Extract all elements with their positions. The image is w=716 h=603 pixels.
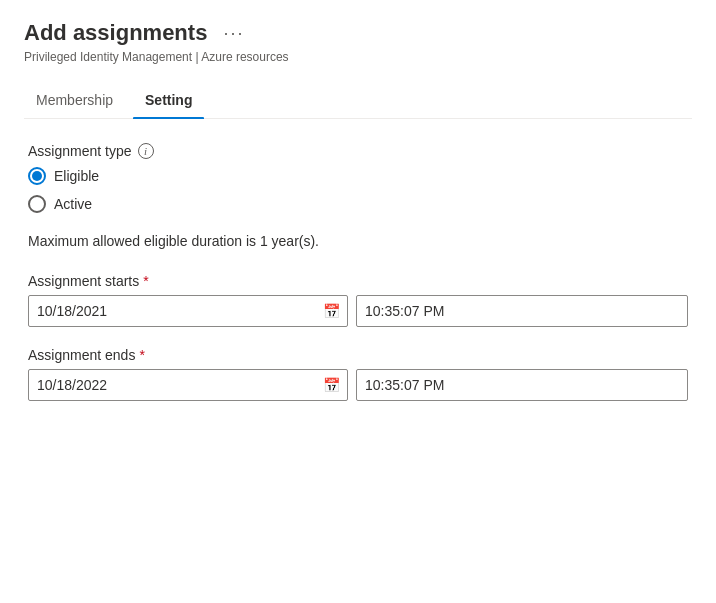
ends-required-star: * — [139, 347, 144, 363]
starts-time-wrapper — [356, 295, 688, 327]
assignment-type-label: Assignment type i — [28, 143, 688, 159]
title-row: Add assignments ··· — [24, 20, 692, 46]
ends-time-input[interactable] — [356, 369, 688, 401]
starts-date-input[interactable] — [28, 295, 348, 327]
eligible-option[interactable]: Eligible — [28, 167, 688, 185]
assignment-type-info-icon[interactable]: i — [138, 143, 154, 159]
ends-date-input[interactable] — [28, 369, 348, 401]
tab-setting[interactable]: Setting — [133, 84, 204, 118]
ends-label: Assignment ends * — [28, 347, 688, 363]
starts-label: Assignment starts * — [28, 273, 688, 289]
eligible-label: Eligible — [54, 168, 99, 184]
ends-date-wrapper: 📅 — [28, 369, 348, 401]
ends-time-wrapper — [356, 369, 688, 401]
assignment-ends-group: Assignment ends * 📅 — [28, 347, 688, 401]
tab-bar: Membership Setting — [24, 84, 692, 119]
radio-group: Eligible Active — [28, 167, 688, 213]
breadcrumb: Privileged Identity Management | Azure r… — [24, 50, 692, 64]
tab-membership[interactable]: Membership — [24, 84, 125, 118]
form-section: Assignment type i Eligible Active Maximu… — [24, 143, 692, 401]
assignment-type-group: Assignment type i Eligible Active — [28, 143, 688, 213]
starts-date-time-row: 📅 — [28, 295, 688, 327]
page-title: Add assignments — [24, 20, 207, 46]
eligible-radio[interactable] — [28, 167, 46, 185]
active-radio[interactable] — [28, 195, 46, 213]
page-header: Add assignments ··· Privileged Identity … — [24, 20, 692, 64]
starts-required-star: * — [143, 273, 148, 289]
active-option[interactable]: Active — [28, 195, 688, 213]
notice-text: Maximum allowed eligible duration is 1 y… — [28, 233, 688, 249]
starts-time-input[interactable] — [356, 295, 688, 327]
ellipsis-button[interactable]: ··· — [217, 21, 250, 46]
assignment-starts-group: Assignment starts * 📅 — [28, 273, 688, 327]
starts-date-wrapper: 📅 — [28, 295, 348, 327]
active-label: Active — [54, 196, 92, 212]
ends-date-time-row: 📅 — [28, 369, 688, 401]
